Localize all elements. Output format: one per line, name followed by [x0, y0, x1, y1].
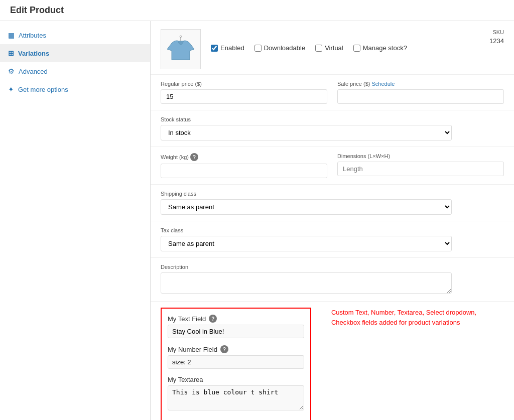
sale-price-input[interactable]	[337, 89, 504, 104]
shipping-class-label: Shipping class	[161, 191, 504, 197]
text-field-row: My Text Field ?	[168, 315, 304, 338]
main-layout: ▦ Attributes ⊞ Variations ⚙ Advanced ✦ G…	[0, 21, 514, 420]
regular-price-label: Regular price ($)	[161, 81, 327, 87]
description-textarea[interactable]	[161, 272, 452, 294]
sale-price-label: Sale price ($) Schedule	[337, 81, 504, 87]
textarea-label-text: My Textarea	[168, 376, 304, 383]
variations-icon: ⊞	[8, 49, 14, 57]
virtual-checkbox-label[interactable]: Virtual	[315, 44, 343, 52]
custom-fields-box: My Text Field ? My Number Field ?	[161, 308, 311, 420]
sku-label: SKU	[489, 29, 504, 35]
sidebar-item-attributes[interactable]: ▦ Attributes	[0, 26, 150, 44]
stock-status-section: Stock status In stock Out of stock On ba…	[151, 110, 514, 147]
sale-price-col: Sale price ($) Schedule	[337, 81, 504, 104]
dimensions-label: Dimensions (L×W×H)	[337, 153, 504, 159]
virtual-label: Virtual	[325, 44, 343, 52]
manage-stock-label: Manage stock?	[363, 44, 407, 52]
product-image	[161, 29, 201, 69]
product-options: Enabled Downloadable Virtual Manage stoc…	[211, 44, 407, 52]
sidebar-item-get-more-options[interactable]: ✦ Get more options	[0, 80, 150, 98]
weight-input[interactable]	[161, 164, 327, 178]
sku-value: 1234	[489, 37, 504, 45]
textarea-row: My Textarea This is blue colour t shirt	[168, 376, 304, 412]
sidebar-item-advanced[interactable]: ⚙ Advanced	[0, 62, 150, 80]
enabled-checkbox-label[interactable]: Enabled	[211, 44, 244, 52]
number-field-help-icon[interactable]: ?	[220, 345, 228, 353]
description-section: Description	[151, 258, 514, 302]
tax-class-label: Tax class	[161, 227, 504, 233]
annotation-text: Custom Text, Number, Textarea, Select dr…	[331, 308, 507, 327]
get-more-options-icon: ✦	[8, 85, 14, 93]
number-field-row: My Number Field ?	[168, 345, 304, 369]
sidebar-item-label: Advanced	[19, 68, 48, 75]
weight-dimensions-row: Weight (kg) ? Dimensions (L×W×H)	[161, 153, 504, 178]
sidebar-item-label: Attributes	[19, 32, 46, 39]
manage-stock-checkbox-label[interactable]: Manage stock?	[353, 44, 407, 52]
weight-label: Weight (kg) ?	[161, 153, 327, 161]
virtual-checkbox[interactable]	[315, 45, 322, 52]
advanced-icon: ⚙	[8, 67, 15, 75]
weight-dimensions-section: Weight (kg) ? Dimensions (L×W×H)	[151, 147, 514, 185]
regular-price-col: Regular price ($)	[161, 81, 327, 104]
text-field-input[interactable]	[168, 325, 304, 338]
schedule-link[interactable]: Schedule	[371, 81, 395, 87]
attributes-icon: ▦	[8, 31, 15, 39]
page-title: Edit Product	[0, 0, 514, 21]
sidebar-item-label: Get more options	[18, 86, 68, 93]
custom-and-annotation: My Text Field ? My Number Field ?	[151, 302, 514, 420]
product-header: Enabled Downloadable Virtual Manage stoc…	[151, 21, 514, 75]
tshirt-svg	[166, 34, 196, 64]
regular-price-section: Regular price ($) Sale price ($) Schedul…	[151, 75, 514, 110]
sidebar-item-label: Variations	[18, 50, 49, 57]
downloadable-checkbox[interactable]	[254, 45, 262, 52]
sidebar: ▦ Attributes ⊞ Variations ⚙ Advanced ✦ G…	[0, 21, 151, 420]
enabled-label: Enabled	[220, 44, 244, 52]
weight-help-icon[interactable]: ?	[190, 153, 198, 161]
sku-section: SKU 1234	[489, 29, 504, 45]
number-field-label: My Number Field ?	[168, 345, 304, 353]
sidebar-item-variations[interactable]: ⊞ Variations	[0, 44, 150, 62]
description-label: Description	[161, 264, 504, 270]
page-wrapper: Edit Product ▦ Attributes ⊞ Variations ⚙…	[0, 0, 514, 420]
tax-class-select[interactable]: Same as parent	[161, 236, 452, 251]
manage-stock-checkbox[interactable]	[353, 45, 360, 52]
price-row: Regular price ($) Sale price ($) Schedul…	[161, 81, 504, 104]
regular-price-input[interactable]	[161, 89, 327, 104]
content-area: Enabled Downloadable Virtual Manage stoc…	[151, 21, 514, 420]
downloadable-checkbox-label[interactable]: Downloadable	[254, 44, 305, 52]
dimensions-length-input[interactable]	[337, 162, 504, 176]
dimensions-col: Dimensions (L×W×H)	[337, 153, 504, 176]
stock-status-select[interactable]: In stock Out of stock On backorder	[161, 125, 452, 141]
text-field-help-icon[interactable]: ?	[209, 315, 217, 323]
textarea-input[interactable]: This is blue colour t shirt	[168, 385, 304, 410]
downloadable-label: Downloadable	[264, 44, 305, 52]
text-field-label: My Text Field ?	[168, 315, 304, 323]
shipping-class-select[interactable]: Same as parent	[161, 199, 452, 215]
stock-status-label: Stock status	[161, 116, 504, 122]
shipping-class-section: Shipping class Same as parent	[151, 185, 514, 221]
tax-class-section: Tax class Same as parent	[151, 221, 514, 258]
weight-col: Weight (kg) ?	[161, 153, 327, 178]
enabled-checkbox[interactable]	[211, 45, 218, 52]
number-field-input[interactable]	[168, 355, 304, 369]
